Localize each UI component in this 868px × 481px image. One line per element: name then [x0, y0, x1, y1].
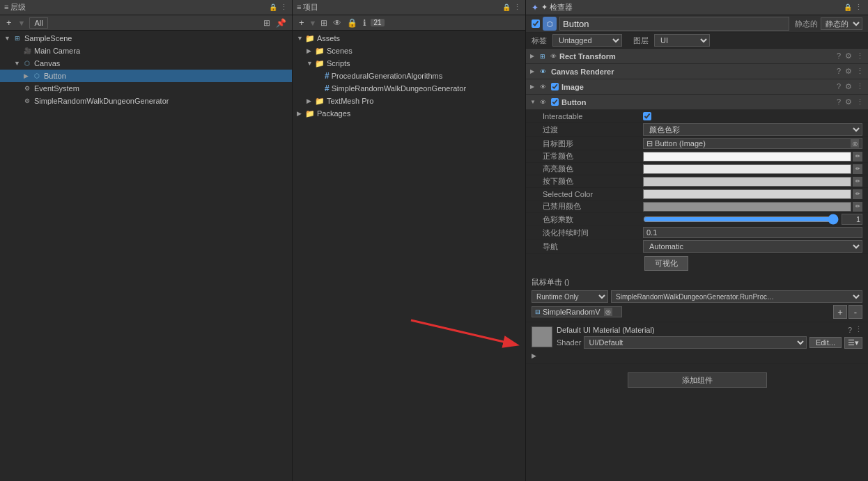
static-label: 静态的 [795, 19, 818, 29]
gameobject-active-checkbox[interactable] [532, 19, 540, 28]
tree-arrow-button: ▶ [24, 72, 32, 79]
highlight-color-edit-btn[interactable]: ✏ [853, 164, 862, 174]
pressed-color-swatch[interactable] [643, 177, 851, 187]
gameobject-name-input[interactable] [559, 17, 789, 31]
multiplier-value-input[interactable] [842, 214, 862, 225]
image-overflow-icon[interactable]: ⋮ [856, 82, 864, 91]
rect-transform-overflow-icon[interactable]: ⋮ [856, 52, 864, 61]
target-graphic-label: 目标图形 [543, 139, 640, 149]
project-label-scripts: Scripts [327, 59, 350, 68]
disabled-color-swatch[interactable] [643, 202, 851, 212]
project-item-scenes[interactable]: ▶ 📁 Scenes [293, 45, 525, 57]
shader-menu-btn[interactable]: ☰▾ [844, 337, 862, 349]
disabled-color-row: 已禁用颜色 ✏ [526, 200, 868, 213]
target-graphic-pick-btn[interactable]: ◎ [851, 139, 859, 148]
material-overflow-icon[interactable]: ⋮ [855, 325, 862, 334]
project-item-scripts[interactable]: ▼ 📁 Scripts [293, 57, 525, 70]
button-comp-enable-checkbox[interactable] [551, 98, 559, 106]
project-info-icon[interactable]: ℹ [362, 17, 368, 29]
inspector-more-icon[interactable]: ⋮ [855, 3, 862, 12]
canvas-renderer-help-icon[interactable]: ? [837, 67, 841, 76]
onclick-object-name: SimpleRandomV [543, 308, 600, 316]
canvas-renderer-overflow-icon[interactable]: ⋮ [856, 67, 864, 76]
tag-label: 标签 [532, 36, 547, 46]
hierarchy-toolbar: + ▼ All ⊞ 📌 [0, 15, 292, 31]
hierarchy-scene-icon[interactable]: ⊞ [262, 17, 272, 29]
static-dropdown[interactable]: 静态的 [821, 17, 862, 30]
visualize-button[interactable]: 可视化 [644, 256, 688, 271]
normal-color-edit-btn[interactable]: ✏ [853, 152, 862, 161]
selected-color-edit-btn[interactable]: ✏ [853, 189, 862, 199]
tree-item-main-camera[interactable]: 🎥 Main Camera [0, 45, 292, 57]
fade-value-input[interactable] [643, 227, 862, 238]
material-section: Default UI Material (Material) ? ⋮ Shade… [526, 322, 868, 364]
canvas-renderer-arrow: ▶ [530, 68, 537, 74]
project-add-button[interactable]: + [297, 17, 307, 28]
project-more-icon[interactable]: ⋮ [513, 3, 521, 12]
hierarchy-separator: ▼ [18, 19, 26, 27]
tag-dropdown[interactable]: Untagged [552, 34, 622, 47]
image-enable-checkbox[interactable] [551, 83, 559, 90]
layer-dropdown[interactable]: UI [654, 34, 710, 47]
tree-label-button: Button [44, 72, 66, 80]
material-fold-arrow[interactable]: ▶ [532, 352, 536, 359]
tree-item-button[interactable]: ▶ ⬡ Button [0, 70, 292, 82]
onclick-remove-btn[interactable]: - [848, 305, 862, 319]
tree-item-samplescene[interactable]: ▼ ⊞ SampleScene [0, 32, 292, 45]
add-component-button[interactable]: 添加组件 [628, 372, 767, 388]
project-eye-icon[interactable]: 👁 [332, 17, 343, 29]
rect-transform-settings-icon[interactable]: ⚙ [845, 52, 852, 61]
onclick-object-field[interactable]: ⊟ SimpleRandomV ◎ [532, 306, 622, 317]
image-header[interactable]: ▶ 👁 Image ? ⚙ ⋮ [526, 79, 868, 95]
project-item-assets[interactable]: ▼ 📁 Assets [293, 32, 525, 45]
pressed-color-edit-btn[interactable]: ✏ [853, 177, 862, 187]
hierarchy-add-button[interactable]: + [4, 17, 14, 28]
normal-color-swatch[interactable] [643, 152, 851, 161]
tree-item-canvas[interactable]: ▼ ⬡ Canvas [0, 57, 292, 70]
hierarchy-pin-icon[interactable]: 📌 [274, 17, 288, 29]
button-comp-overflow-icon[interactable]: ⋮ [856, 97, 864, 107]
project-lock-btn[interactable]: 🔒 [346, 17, 359, 29]
disabled-color-edit-btn[interactable]: ✏ [853, 202, 862, 212]
onclick-runtime-select[interactable]: Runtime Only Editor And Runtime Off [532, 290, 608, 303]
project-item-simplerandom[interactable]: # SimpleRandomWalkDungeonGenerator [293, 82, 525, 95]
onclick-method-select[interactable]: SimpleRandomWalkDungeonGenerator.RunProc… [611, 290, 862, 303]
hierarchy-more-icon[interactable]: ⋮ [280, 3, 288, 12]
inspector-icon: ✦ [532, 3, 538, 13]
tree-arrow-samplescene: ▼ [4, 35, 13, 42]
interactable-checkbox[interactable] [643, 112, 651, 120]
image-settings-icon[interactable]: ⚙ [845, 82, 852, 91]
transition-select[interactable]: 颜色色彩 [643, 123, 862, 136]
project-item-packages[interactable]: ▶ 📁 Packages [293, 107, 525, 120]
button-comp-help-icon[interactable]: ? [837, 97, 841, 107]
button-comp-settings-icon[interactable]: ⚙ [845, 97, 852, 107]
hierarchy-lock-icon: 🔒 [269, 3, 277, 11]
shader-edit-btn[interactable]: Edit... [809, 337, 842, 348]
project-scene-icon[interactable]: ⊞ [319, 17, 329, 29]
image-help-icon[interactable]: ? [837, 82, 841, 91]
material-help-icon[interactable]: ? [848, 326, 852, 334]
onclick-header: 鼠标单击 () [532, 277, 862, 287]
canvas-renderer-header[interactable]: ▶ 👁 Canvas Renderer ? ⚙ ⋮ [526, 64, 868, 79]
tree-item-eventsystem[interactable]: ⚙ EventSystem [0, 82, 292, 95]
canvas-renderer-settings-icon[interactable]: ⚙ [845, 67, 852, 76]
button-comp-header[interactable]: ▼ 👁 Button ? ⚙ ⋮ [526, 95, 868, 110]
target-graphic-field[interactable]: ⊟ Button (Image) ◎ [643, 138, 862, 149]
material-preview [532, 326, 552, 347]
onclick-add-btn[interactable]: + [833, 305, 847, 319]
onclick-object-clear-btn[interactable]: ◎ [604, 308, 612, 316]
multiplier-slider[interactable] [643, 214, 839, 224]
shader-select[interactable]: UI/Default [584, 336, 806, 349]
tree-item-generator[interactable]: ⚙ SimpleRandomWalkDungeonGenerator [0, 95, 292, 107]
hierarchy-all-button[interactable]: All [29, 17, 47, 29]
highlight-color-swatch[interactable] [643, 164, 851, 174]
eventsystem-icon: ⚙ [22, 84, 32, 93]
selected-color-swatch[interactable] [643, 189, 851, 199]
rect-transform-header[interactable]: ▶ ⊞ 👁 Rect Transform ? ⚙ ⋮ [526, 49, 868, 64]
gameobject-row: ⬡ 静态的 静态的 [526, 15, 868, 33]
inspector-lock-icon: 🔒 [844, 3, 852, 11]
navigation-select[interactable]: Automatic [643, 240, 862, 253]
rect-transform-help-icon[interactable]: ? [837, 52, 841, 61]
project-item-procgen[interactable]: # ProceduralGenerationAlgorithms [293, 70, 525, 82]
project-item-textmesh[interactable]: ▶ 📁 TextMesh Pro [293, 95, 525, 107]
